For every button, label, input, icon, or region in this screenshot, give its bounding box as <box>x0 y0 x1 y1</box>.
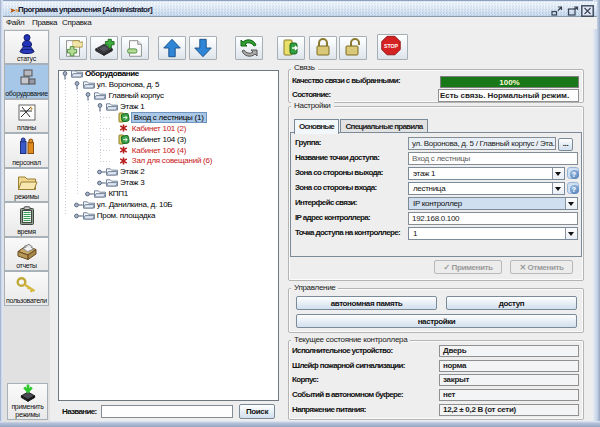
svg-text:STOP: STOP <box>384 42 399 48</box>
